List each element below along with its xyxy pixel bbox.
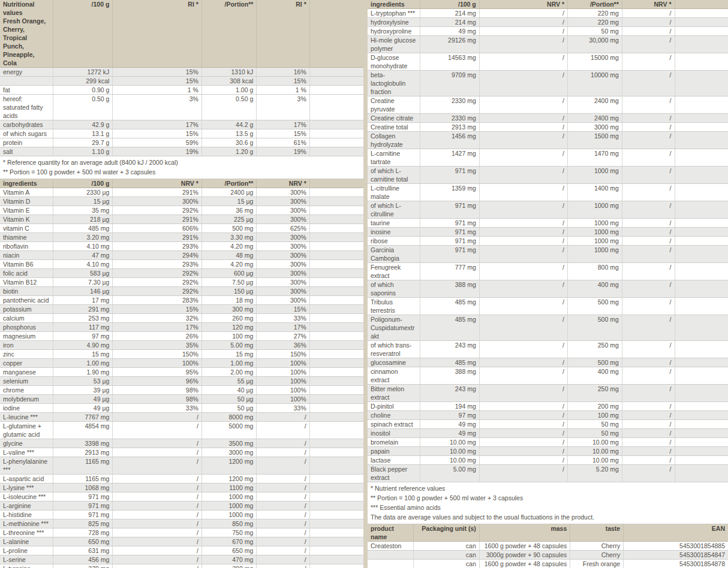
cell: 650 mg	[201, 546, 257, 555]
ingredients-table-right-grid: ingredients/100 gNRV */Portion**NRV *L-t…	[368, 0, 728, 482]
cell: /	[622, 167, 675, 184]
cell: /	[622, 36, 675, 53]
cell: 971 mg	[420, 228, 480, 237]
cell: /	[113, 413, 201, 422]
cell: 4.20 mg	[201, 242, 257, 251]
cell-filler	[675, 246, 728, 263]
cell: 485 mg	[420, 358, 480, 367]
cell-filler	[309, 233, 363, 242]
table-row: magnesium97 mg26%100 mg27%	[0, 332, 363, 341]
cell: Fresh orange	[570, 560, 624, 568]
cell: 5.00 mg	[201, 341, 257, 350]
cell: 293%	[113, 260, 201, 269]
cell: Hi-mole glucose polymer	[368, 36, 420, 53]
cell: 100%	[257, 368, 309, 377]
footnote-line: ** Portion = 100 g powder + 500 ml water…	[368, 493, 728, 503]
cell-filler	[309, 395, 363, 404]
cell: 100%	[257, 395, 309, 404]
cell: 100 mg	[568, 411, 622, 420]
cell: /	[479, 429, 567, 438]
table-row: calcium253 mg32%260 mg33%	[0, 314, 363, 323]
cell: /	[479, 53, 567, 71]
cell: /	[479, 280, 567, 298]
cell: /	[622, 114, 675, 123]
cell-filler	[675, 96, 728, 114]
cell: 1 %	[257, 86, 309, 95]
table-row: of which trans-resveratrol243 mg/250 mg/	[368, 341, 728, 358]
column-header: EAN	[624, 524, 728, 542]
cell: Tribulus terrestris	[368, 298, 420, 315]
cell: 19%	[113, 147, 201, 156]
cell: vitamin C	[0, 224, 53, 233]
cell: /	[622, 429, 675, 438]
table-row: spinach extract49 mg/50 mg/	[368, 420, 728, 429]
cell-filler	[309, 519, 363, 528]
column-header: Packaging unit (s)	[414, 524, 479, 542]
cell: 15000 mg	[568, 53, 622, 71]
cell: /	[113, 546, 201, 555]
cell: Vitamin A	[0, 188, 53, 197]
cell: 291%	[113, 215, 201, 224]
cell: /	[113, 519, 201, 528]
cell-filler	[675, 298, 728, 315]
cell: /	[622, 71, 675, 96]
cell-filler	[309, 206, 363, 215]
cell: L-serine	[0, 555, 53, 564]
cell: 1.20 g	[201, 147, 257, 156]
ingredients-table-left: ingredients/100 gNRV */Portion**NRV *Vit…	[0, 179, 363, 568]
cell: /	[622, 367, 675, 385]
cell: 1000 mg	[568, 201, 622, 219]
cell: 291%	[113, 233, 201, 242]
table-row: D-pinitol194 mg/200 mg/	[368, 402, 728, 411]
column-header: NRV *	[257, 179, 309, 188]
cell: /	[479, 411, 567, 420]
cell-filler	[675, 53, 728, 71]
table-row: iodine49 µg33%50 µg33%	[0, 404, 363, 413]
cell-filler	[309, 564, 363, 568]
table-row: Collagen hydrolyzate1456 mg/1500 mg/	[368, 132, 728, 149]
table-row: choline97 mg/100 mg/	[368, 411, 728, 420]
cell: 971 mg	[420, 246, 480, 263]
cell: 300%	[257, 242, 309, 251]
cell: L-isoleucine ***	[0, 493, 53, 501]
cell: /	[479, 420, 567, 429]
table-row: can1600 g powder + 48 capsulesFresh oran…	[368, 560, 728, 568]
column-header: taste	[570, 524, 624, 542]
cell: /	[622, 96, 675, 114]
cell: 5453001854885	[624, 542, 728, 551]
cell-filler	[309, 555, 363, 564]
cell: glucosamine	[368, 358, 420, 367]
cell: folic acid	[0, 269, 53, 278]
cell: 10.00 mg	[568, 456, 622, 465]
cell: 300%	[257, 260, 309, 269]
cell: 15%	[257, 77, 309, 86]
cell: /	[257, 528, 309, 537]
cell: L-citrulline malate	[368, 184, 420, 201]
cell: 1100 mg	[201, 484, 257, 493]
cell: 10.00 mg	[420, 447, 480, 456]
cell: 3.30 mg	[201, 233, 257, 242]
cell: /	[113, 448, 201, 457]
cell: 300%	[257, 251, 309, 260]
cell: /	[622, 246, 675, 263]
cell: 3.20 mg	[53, 233, 112, 242]
cell: 49 µg	[53, 395, 112, 404]
ingredients-table-right: ingredients/100 gNRV */Portion**NRV *L-t…	[368, 0, 728, 482]
cell: D-pinitol	[368, 402, 420, 411]
table-row: hydroxylysine214 mg/220 mg/	[368, 18, 728, 27]
cell-filler	[309, 448, 363, 457]
cell: 0.50 g	[201, 95, 257, 120]
cell: 5.00 mg	[420, 465, 480, 482]
cell: /	[257, 475, 309, 484]
cell: 300%	[113, 197, 201, 206]
table-row: glycine3398 mg/3500 mg/	[0, 439, 363, 448]
cell: 294%	[113, 251, 201, 260]
cell: L-leucine ***	[0, 413, 53, 422]
cell: /	[479, 246, 567, 263]
cell: /	[622, 53, 675, 71]
product-table: product namePackaging unit (s)masstasteE…	[368, 524, 728, 568]
cell: 4.10 mg	[53, 242, 112, 251]
cell: /	[622, 402, 675, 411]
cell: 14563 mg	[420, 53, 480, 71]
column-header: /Portion**	[568, 0, 622, 9]
